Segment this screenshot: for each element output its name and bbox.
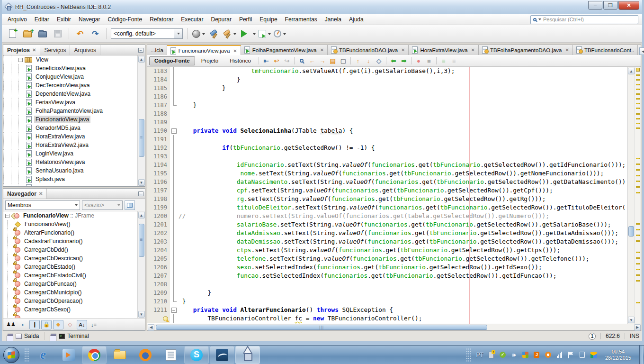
taskbar-skype[interactable]: S (184, 346, 209, 364)
scroll-left-icon[interactable]: ◀ (148, 324, 154, 331)
dock-saida[interactable]: Saída (5, 331, 42, 341)
scroll-tabs-left-icon[interactable]: ◀ (639, 47, 644, 55)
find-selection-icon[interactable] (297, 56, 306, 65)
power-app-icon[interactable] (545, 351, 552, 358)
navigator-root-node[interactable]: FuncionarioView :: JFrame (3, 211, 137, 220)
menu-arquivo[interactable]: Arquivo (4, 15, 31, 24)
menu-refatorar[interactable]: Refatorar (146, 15, 177, 24)
uncomment-icon[interactable]: ≡ (449, 56, 459, 65)
warning-status-icon[interactable] (636, 68, 640, 72)
scroll-up-icon[interactable]: ▲ (138, 56, 145, 63)
warning-mark[interactable] (636, 113, 640, 115)
new-file-button[interactable] (6, 27, 19, 40)
scroll-down-icon[interactable]: ▼ (138, 311, 145, 318)
show-inner-classes-icon[interactable]: ◇ (65, 320, 75, 329)
close-icon[interactable]: ✕ (471, 47, 475, 53)
taskbar-text-editor[interactable] (159, 346, 183, 364)
taskbar-file-explorer[interactable] (107, 346, 132, 364)
taskbar-media-player[interactable] (56, 346, 81, 364)
menu-navegar[interactable]: Navegar (75, 15, 104, 24)
build-project-button[interactable] (207, 27, 221, 40)
tree-node-file[interactable]: BeneficiosView.java (3, 64, 137, 73)
navigator-method[interactable]: CarregarCbEstadoCivil() (3, 271, 137, 280)
new-project-button[interactable] (21, 27, 34, 40)
clean-build-project-button[interactable] (223, 27, 237, 40)
show-javadoc-button[interactable] (125, 200, 135, 210)
restore-window-icon[interactable] (51, 334, 56, 338)
editor-tab-folhapagamentoview-java[interactable]: FolhaPagamentoView.java✕ (241, 45, 328, 55)
tab-projetos[interactable]: Projetos✕ (3, 45, 40, 55)
editor-tab-tbfolhapagamentodao-java[interactable]: TBFolhaPagamentoDAO.java✕ (479, 45, 573, 55)
warning-mark[interactable] (636, 103, 640, 104)
warning-mark[interactable] (636, 235, 640, 236)
navigator-constructor[interactable]: FuncionarioView() (3, 220, 137, 228)
navigator-method[interactable]: CarregarCbDdd() (3, 246, 137, 254)
rectangular-selection-icon[interactable]: ▢ (339, 56, 348, 65)
tree-node-file[interactable]: FeriasView.java (3, 98, 137, 107)
menu-executar[interactable]: Executar (177, 15, 207, 24)
chevron-down-icon[interactable] (174, 29, 182, 38)
tray-drag-handle[interactable] (466, 348, 471, 362)
sort-by-source-icon[interactable]: ↓≡ (89, 320, 99, 329)
warning-mark[interactable] (636, 257, 640, 259)
action-center-flag-icon[interactable] (567, 351, 574, 358)
warning-mark[interactable] (636, 269, 640, 270)
warning-bulb-icon[interactable] (163, 316, 168, 321)
warning-mark[interactable] (636, 192, 640, 193)
next-bookmark-icon[interactable]: ↓ (364, 56, 373, 65)
toggle-bookmark-icon[interactable]: ◇ (374, 56, 384, 65)
set-configuration-button[interactable] (192, 27, 206, 40)
scrollbar-thumb[interactable]: ||| (156, 325, 487, 330)
quick-search-box[interactable]: Pesquisar (Ctrl+I) (530, 15, 638, 24)
previous-bookmark-icon[interactable]: ↑ (353, 56, 363, 65)
navigator-method[interactable]: CadastrarFuncionario() (3, 237, 137, 246)
restore-window-icon[interactable] (8, 334, 13, 338)
navigator-method[interactable] (3, 314, 137, 318)
run-project-button[interactable] (239, 27, 256, 40)
view-codigo-fonte-button[interactable]: Código-Fonte (149, 56, 195, 65)
warning-mark[interactable] (636, 181, 640, 182)
java-icon[interactable]: J (533, 351, 540, 358)
shift-right-icon[interactable]: ⇒ (399, 56, 409, 65)
warning-mark[interactable] (636, 127, 640, 129)
restore-button[interactable]: ❐ (603, 1, 617, 10)
warning-mark[interactable] (636, 89, 640, 90)
tree-node-file[interactable]: RelatoriosView.java (3, 158, 137, 166)
taskbar-drag-handle[interactable] (24, 348, 29, 362)
close-icon[interactable]: ✕ (565, 47, 569, 53)
warning-mark[interactable] (636, 280, 640, 282)
navigator-method[interactable]: CarregarCbMunicipio() (3, 288, 137, 297)
tree-node-file[interactable]: FuncionarioView.java (3, 115, 137, 124)
editor-hscrollbar[interactable]: ◀ ||| ▶ (147, 324, 641, 331)
warning-mark[interactable] (636, 263, 640, 264)
warning-mark[interactable] (636, 118, 640, 119)
warning-mark[interactable] (636, 169, 640, 171)
gdrive-icon[interactable] (590, 351, 597, 358)
menu-janela[interactable]: Janela (321, 15, 345, 24)
show-fields-icon[interactable]: ▪ (18, 320, 28, 329)
scroll-down-icon[interactable]: ▼ (138, 179, 145, 186)
warning-mark[interactable] (636, 158, 640, 159)
safely-remove-icon[interactable] (579, 351, 586, 358)
menu-exibir[interactable]: Exibir (53, 15, 75, 24)
close-icon[interactable]: ✕ (401, 47, 405, 53)
debug-project-button[interactable] (258, 27, 271, 40)
scroll-down-icon[interactable]: ▼ (628, 317, 635, 323)
scroll-right-icon[interactable]: ▶ (634, 324, 641, 331)
save-all-button[interactable] (51, 27, 64, 40)
view-projeto-button[interactable]: Projeto (196, 56, 224, 65)
taskbar-firefox[interactable] (133, 346, 158, 364)
tree-node-file[interactable]: GeradorMD5.java (3, 124, 137, 132)
navigator-method[interactable]: CarregarCbSexo() (3, 305, 137, 314)
notifications-button[interactable]: 1 (589, 333, 596, 340)
sort-alphabetically-icon[interactable]: A↓ (77, 320, 87, 329)
taskbar-internet-explorer[interactable]: e (31, 346, 55, 364)
security-check-icon[interactable]: ✓ (499, 351, 506, 358)
start-button[interactable] (0, 346, 23, 364)
members-filter-select[interactable]: Membros (5, 200, 80, 210)
redo-button[interactable]: ↷ (89, 27, 102, 40)
dock-terminal[interactable]: Terminal (48, 331, 91, 341)
menu-depurar[interactable]: Depurar (207, 15, 235, 24)
taskbar-mysql-workbench[interactable] (210, 346, 234, 364)
last-edit-icon[interactable]: ⇤ (261, 56, 271, 65)
